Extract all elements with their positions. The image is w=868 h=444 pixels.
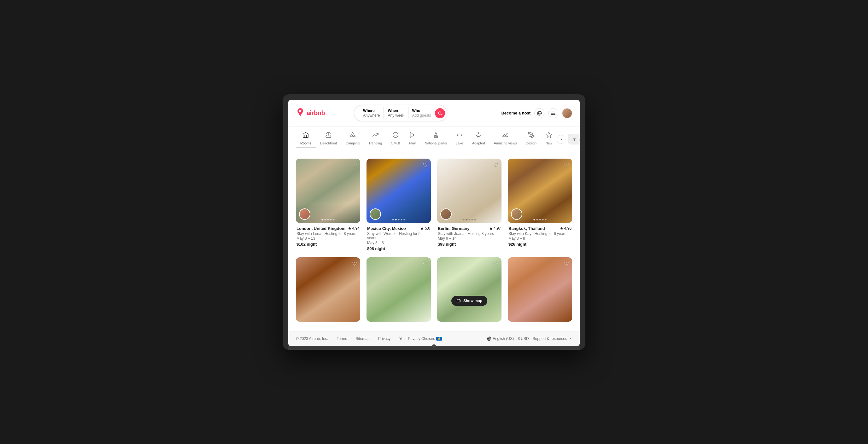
listing-price-1: $102 night xyxy=(297,242,360,247)
search-location[interactable]: Where Anywhere xyxy=(359,107,384,119)
listing-dates-4: May 3 – 8 xyxy=(508,236,571,241)
listing-dates-2: May 3 – 8 xyxy=(367,241,430,245)
listing-image-3: ♡ xyxy=(437,159,501,223)
language-icon[interactable] xyxy=(534,108,545,118)
favorite-button-2[interactable]: ♡ xyxy=(423,162,428,169)
listing-card-8[interactable]: ♡ xyxy=(508,257,572,325)
listing-image-2: ♡ xyxy=(367,159,431,223)
omg-icon xyxy=(392,131,399,139)
design-icon xyxy=(528,131,535,139)
listing-host-1: Stay with Lena · Hosting for 8 years xyxy=(297,231,360,236)
footer-privacy-choices[interactable]: Your Privacy Choices 🔒 xyxy=(399,337,442,341)
category-national-parks[interactable]: National parks xyxy=(420,130,451,148)
footer-currency[interactable]: $ USD xyxy=(518,337,529,341)
listing-header-1: London, United Kingdom 4.94 xyxy=(297,226,360,231)
category-adapted[interactable]: Adapted xyxy=(468,130,490,148)
become-host-link[interactable]: Become a host xyxy=(501,111,530,116)
listing-header-3: Berlin, Germany 4.97 xyxy=(438,226,501,231)
footer-language[interactable]: English (US) xyxy=(487,337,514,341)
favorite-button-5[interactable]: ♡ xyxy=(352,260,357,267)
category-play-label: Play xyxy=(409,141,416,145)
category-new-label: New xyxy=(545,141,552,145)
category-omg[interactable]: OMG! xyxy=(386,130,404,148)
listing-price-4: $26 night xyxy=(508,242,571,247)
listing-rating-4: 4.90 xyxy=(560,226,571,230)
camping-icon xyxy=(349,131,356,139)
new-icon xyxy=(545,131,552,139)
favorite-button-6[interactable]: ♡ xyxy=(423,260,428,267)
listing-image-7: ♡ xyxy=(437,257,501,322)
listing-host-3: Stay with Joana · Hosting 8 years xyxy=(438,231,501,236)
category-lake[interactable]: Lake xyxy=(451,130,468,148)
search-dates[interactable]: When Any week xyxy=(384,107,408,119)
category-adapted-label: Adapted xyxy=(472,141,485,145)
listing-card-7[interactable]: ♡ Show map xyxy=(437,257,501,325)
user-avatar[interactable] xyxy=(562,108,572,118)
footer-support[interactable]: Support & resources xyxy=(533,337,572,341)
footer-sitemap[interactable]: Sitemap xyxy=(356,337,370,341)
laptop-base xyxy=(288,346,580,350)
footer-left: © 2023 Airbnb, Inc. · Terms · Sitemap · … xyxy=(296,337,442,341)
filters-label: Filters xyxy=(579,137,580,141)
svg-marker-16 xyxy=(546,132,552,137)
svg-marker-23 xyxy=(560,227,563,229)
laptop-camera xyxy=(432,344,436,348)
lake-icon xyxy=(456,131,463,139)
footer-divider-3: · xyxy=(373,337,374,341)
listing-host-4: Stay with Kay · Hosting for 6 years xyxy=(508,231,571,236)
favorite-button-3[interactable]: ♡ xyxy=(493,162,498,169)
listing-card-2[interactable]: ♡ Mexico City, Mexico xyxy=(367,159,431,251)
svg-point-13 xyxy=(478,132,479,134)
trending-icon xyxy=(372,131,379,139)
listing-card-1[interactable]: ♡ London, United Kingdom xyxy=(296,159,360,251)
category-new[interactable]: New xyxy=(541,130,557,148)
svg-point-8 xyxy=(393,132,398,138)
logo[interactable]: airbnb xyxy=(296,108,325,119)
search-button[interactable] xyxy=(435,108,445,118)
favorite-button-8[interactable]: ♡ xyxy=(564,260,569,267)
category-beachfront-label: Beachfront xyxy=(320,141,337,145)
main-content: ♡ London, United Kingdom xyxy=(288,152,580,331)
search-guests[interactable]: Who Add guests xyxy=(408,107,435,119)
svg-marker-20 xyxy=(348,227,351,229)
listing-card-4[interactable]: ♡ Bangkok, Thailand xyxy=(508,159,572,251)
footer: © 2023 Airbnb, Inc. · Terms · Sitemap · … xyxy=(288,331,580,346)
favorite-button-1[interactable]: ♡ xyxy=(352,162,357,169)
favorite-button-4[interactable]: ♡ xyxy=(564,162,569,169)
listing-card-3[interactable]: ♡ Berlin, Germany xyxy=(437,159,501,251)
show-map-button[interactable]: Show map xyxy=(451,296,487,306)
listing-card-6[interactable]: ♡ xyxy=(367,257,431,325)
search-bar: Where Anywhere When Any week Who Add gue… xyxy=(354,105,447,121)
header-right: Become a host xyxy=(501,108,572,118)
category-rooms[interactable]: Rooms xyxy=(296,130,316,148)
airbnb-logo-text: airbnb xyxy=(307,109,325,117)
dots-4 xyxy=(534,219,547,220)
category-amazing-views[interactable]: Amazing views xyxy=(490,130,521,148)
category-beachfront[interactable]: Beachfront xyxy=(316,130,341,148)
listing-dates-1: May 8 – 13 xyxy=(297,236,360,241)
category-design[interactable]: Design xyxy=(521,130,541,148)
listing-card-5[interactable]: ♡ xyxy=(296,257,360,325)
play-icon xyxy=(409,131,416,139)
dots-1 xyxy=(322,219,335,220)
favorite-button-7[interactable]: ♡ xyxy=(493,260,498,267)
listing-image-4: ♡ xyxy=(508,159,572,223)
footer-privacy[interactable]: Privacy xyxy=(378,337,391,341)
listing-header-2: Mexico City, Mexico 5.0 xyxy=(367,226,430,231)
menu-icon[interactable] xyxy=(548,108,558,118)
category-camping[interactable]: Camping xyxy=(341,130,364,148)
category-omg-label: OMG! xyxy=(391,141,400,145)
category-amazing-views-label: Amazing views xyxy=(494,141,517,145)
footer-divider-1: · xyxy=(332,337,333,341)
category-trending[interactable]: Trending xyxy=(364,130,386,148)
listing-host-2: Stay with Werner · Hosting for 5 years xyxy=(367,231,430,240)
category-play[interactable]: Play xyxy=(404,130,420,148)
listing-location-1: London, United Kingdom xyxy=(297,226,345,231)
filters-button[interactable]: Filters xyxy=(568,134,580,145)
beachfront-icon xyxy=(325,131,332,139)
categories-chevron[interactable]: › xyxy=(557,135,565,144)
footer-terms[interactable]: Terms xyxy=(337,337,347,341)
svg-point-15 xyxy=(530,134,531,135)
svg-line-1 xyxy=(441,114,441,115)
svg-marker-21 xyxy=(421,227,424,229)
